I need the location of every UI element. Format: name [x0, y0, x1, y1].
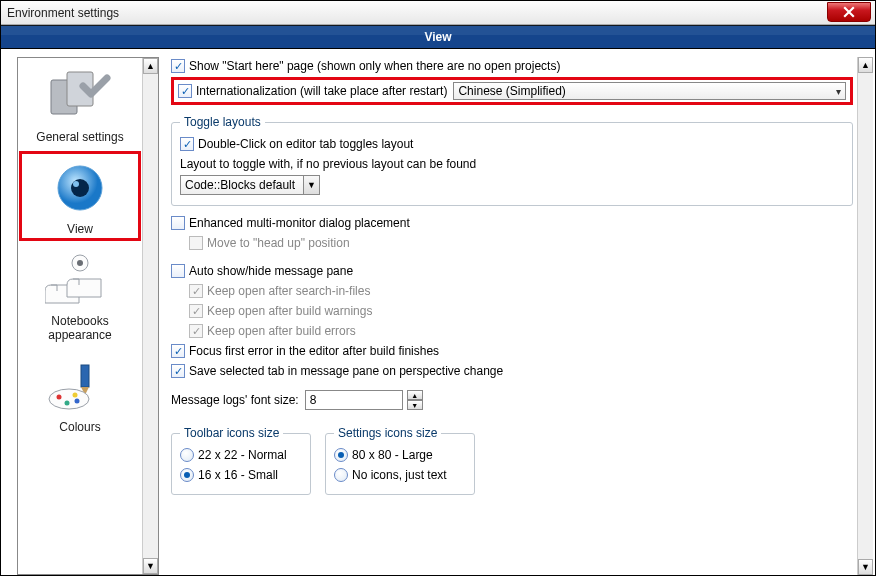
scroll-down-icon[interactable]: ▼	[858, 559, 873, 575]
radio-toolbar-16[interactable]	[180, 468, 194, 482]
toolbar-icons-group: Toolbar icons size 22 x 22 - Normal 16 x…	[171, 426, 311, 495]
svg-point-6	[77, 260, 83, 266]
settings-icons-legend: Settings icons size	[334, 426, 441, 440]
checkbox-keep-err	[189, 324, 203, 338]
label-layout-hint: Layout to toggle with, if no previous la…	[180, 157, 476, 171]
radio-settings-80[interactable]	[334, 448, 348, 462]
settings-content: Show "Start here" page (shown only when …	[159, 57, 875, 575]
sidebar-item-label: View	[22, 222, 138, 236]
checkbox-keep-search	[189, 284, 203, 298]
settings-icons-group: Settings icons size 80 x 80 - Large No i…	[325, 426, 475, 495]
sidebar-item-label: Colours	[22, 420, 138, 434]
colours-icon	[45, 356, 115, 416]
sidebar-item-colours[interactable]: Colours	[18, 348, 142, 440]
toggle-layouts-group: Toggle layouts Double-Click on editor ta…	[171, 115, 853, 206]
general-settings-icon	[45, 66, 115, 126]
label-toolbar-16: 16 x 16 - Small	[198, 468, 278, 482]
language-select[interactable]: Chinese (Simplified)	[453, 82, 846, 100]
sidebar-item-notebooks[interactable]: Notebooks appearance	[18, 242, 142, 348]
scroll-down-icon[interactable]: ▼	[143, 558, 158, 574]
view-eye-icon	[45, 158, 115, 218]
label-auto-hide: Auto show/hide message pane	[189, 264, 353, 278]
label-keep-warn: Keep open after build warnings	[207, 304, 372, 318]
label-save-tab: Save selected tab in message pane on per…	[189, 364, 503, 378]
checkbox-keep-warn	[189, 304, 203, 318]
checkbox-start-here[interactable]	[171, 59, 185, 73]
chevron-down-icon: ▼	[303, 176, 319, 194]
language-selected: Chinese (Simplified)	[458, 84, 565, 98]
label-settings-80: 80 x 80 - Large	[352, 448, 433, 462]
checkbox-multi-monitor[interactable]	[171, 216, 185, 230]
layout-select[interactable]: Code::Blocks default ▼	[180, 175, 320, 195]
label-focus-err: Focus first error in the editor after bu…	[189, 344, 439, 358]
svg-point-4	[73, 181, 79, 187]
label-toolbar-22: 22 x 22 - Normal	[198, 448, 287, 462]
category-sidebar: General settings View	[17, 57, 159, 575]
label-start-here: Show "Start here" page (shown only when …	[189, 59, 560, 73]
page-title: View	[424, 30, 451, 44]
svg-rect-7	[81, 365, 89, 387]
label-multi-monitor: Enhanced multi-monitor dialog placement	[189, 216, 410, 230]
label-headup: Move to "head up" position	[207, 236, 350, 250]
label-settings-none: No icons, just text	[352, 468, 447, 482]
svg-point-10	[65, 401, 70, 406]
scroll-up-icon[interactable]: ▲	[858, 57, 873, 73]
label-font-size: Message logs' font size:	[171, 393, 299, 407]
scroll-up-icon[interactable]: ▲	[143, 58, 158, 74]
svg-point-8	[49, 389, 89, 409]
svg-point-3	[71, 179, 89, 197]
page-title-band: View	[1, 25, 875, 49]
checkbox-save-tab[interactable]	[171, 364, 185, 378]
toggle-layouts-legend: Toggle layouts	[180, 115, 265, 129]
sidebar-item-label: Notebooks appearance	[22, 314, 138, 342]
checkbox-auto-hide[interactable]	[171, 264, 185, 278]
titlebar[interactable]: Environment settings	[1, 1, 875, 25]
sidebar-scrollbar[interactable]: ▲ ▼	[142, 58, 158, 574]
i18n-highlight: Internationalization (will take place af…	[171, 77, 853, 105]
window-title: Environment settings	[7, 6, 119, 20]
font-size-input[interactable]: 8	[305, 390, 403, 410]
svg-point-12	[73, 393, 78, 398]
label-double-click: Double-Click on editor tab toggles layou…	[198, 137, 413, 151]
close-button[interactable]	[827, 2, 871, 22]
sidebar-item-view[interactable]: View	[18, 150, 142, 242]
checkbox-headup	[189, 236, 203, 250]
spin-up[interactable]: ▲	[407, 390, 423, 400]
sidebar-item-general[interactable]: General settings	[18, 58, 142, 150]
notebooks-icon	[45, 250, 115, 310]
label-keep-search: Keep open after search-in-files	[207, 284, 370, 298]
checkbox-double-click[interactable]	[180, 137, 194, 151]
svg-point-11	[75, 399, 80, 404]
svg-point-9	[57, 395, 62, 400]
toolbar-icons-legend: Toolbar icons size	[180, 426, 283, 440]
radio-settings-none[interactable]	[334, 468, 348, 482]
layout-selected: Code::Blocks default	[185, 178, 295, 192]
close-icon	[843, 6, 855, 18]
sidebar-item-label: General settings	[22, 130, 138, 144]
label-keep-err: Keep open after build errors	[207, 324, 356, 338]
checkbox-i18n[interactable]	[178, 84, 192, 98]
content-scrollbar[interactable]: ▲ ▼	[857, 57, 873, 575]
label-i18n: Internationalization (will take place af…	[196, 84, 447, 98]
radio-toolbar-22[interactable]	[180, 448, 194, 462]
checkbox-focus-err[interactable]	[171, 344, 185, 358]
spin-down[interactable]: ▼	[407, 400, 423, 410]
